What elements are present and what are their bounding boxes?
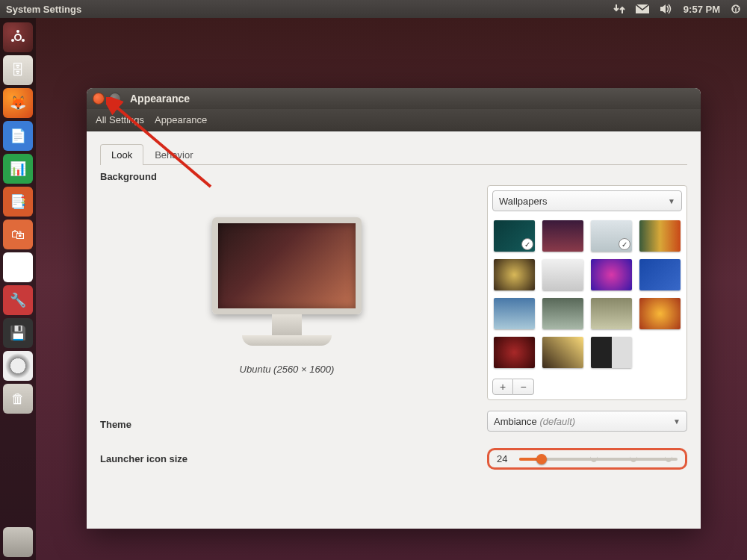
wallpaper-thumb[interactable] [639,220,681,252]
launcher-disc[interactable] [3,351,33,381]
mail-icon[interactable] [636,4,649,13]
remove-wallpaper-button[interactable]: − [513,379,534,395]
wallpaper-thumb[interactable] [542,220,583,252]
wallpaper-thumb[interactable] [542,298,583,329]
window-title: Appearance [130,93,190,105]
network-icon[interactable] [613,4,625,14]
wallpaper-thumb[interactable] [494,337,535,368]
launcher-workspace[interactable] [3,527,33,557]
theme-dropdown[interactable]: Ambiance (default) ▼ [487,411,687,432]
wallpaper-source-dropdown[interactable]: Wallpapers ▼ [492,190,682,211]
breadcrumb-toolbar: All Settings Appearance [87,109,701,131]
tab-behavior[interactable]: Behavior [143,144,204,165]
slider-knob[interactable] [536,454,547,464]
top-menubar: System Settings 9:57 PM [0,0,747,18]
theme-default-suffix: (default) [539,416,575,427]
launcher-trash[interactable]: 🗑 [3,384,33,414]
launcher-settings[interactable]: 🔧 [3,285,33,315]
wallpaper-thumb[interactable] [494,259,535,290]
theme-label: Theme [100,419,474,430]
launcher-size-value: 24 [497,453,513,464]
launcher-impress[interactable]: 📑 [3,187,33,217]
clock[interactable]: 9:57 PM [684,4,720,15]
launcher-software[interactable]: 🛍 [3,220,33,249]
power-icon[interactable] [731,4,741,14]
wallpaper-caption: Ubuntu (2560 × 1600) [240,364,335,375]
add-wallpaper-button[interactable]: + [492,379,513,395]
chevron-down-icon: ▼ [668,197,675,205]
volume-icon[interactable] [660,4,673,14]
chevron-down-icon: ▼ [673,417,681,426]
svg-point-3 [16,30,19,33]
launcher-amazon[interactable]: a [3,252,33,282]
svg-point-5 [11,39,14,42]
monitor-screen-preview [212,217,362,314]
wallpaper-thumb[interactable] [494,220,535,252]
wallpaper-thumb[interactable] [591,259,632,290]
svg-point-4 [22,39,25,42]
launcher-firefox[interactable]: 🦊 [3,88,33,118]
unity-launcher: 🗄 🦊 📄 📊 📑 🛍 a 🔧 💾 🗑 [0,18,36,560]
window-titlebar[interactable]: Appearance [87,88,701,109]
wallpaper-thumb[interactable] [639,298,681,329]
launcher-size-highlight: 24 [487,448,687,470]
breadcrumb-all-settings[interactable]: All Settings [96,114,144,125]
wallpaper-thumb[interactable] [494,298,535,329]
window-close-button[interactable] [93,93,105,105]
launcher-size-label: Launcher icon size [100,453,474,464]
wallpaper-thumb[interactable] [591,298,632,329]
launcher-floppy[interactable]: 💾 [3,318,33,348]
wallpaper-thumb[interactable] [591,337,632,368]
wallpaper-picker: Wallpapers ▼ [487,185,687,400]
breadcrumb-current: Appearance [155,114,207,125]
launcher-calc[interactable]: 📊 [3,154,33,184]
wallpaper-thumb[interactable] [639,259,681,290]
launcher-size-slider[interactable] [519,458,678,461]
background-label: Background [100,171,687,182]
svg-point-2 [15,34,21,40]
tab-look[interactable]: Look [100,144,143,165]
appearance-window: Appearance All Settings Appearance Look … [87,88,701,529]
wallpaper-preview: Ubuntu (2560 × 1600) [100,185,474,400]
wallpaper-thumb[interactable] [542,337,583,368]
wallpaper-thumb[interactable] [591,220,632,252]
launcher-files[interactable]: 🗄 [3,55,33,85]
window-minimize-button[interactable] [109,93,121,105]
launcher-dash[interactable] [3,22,33,52]
wallpaper-thumb[interactable] [542,259,583,290]
launcher-writer[interactable]: 📄 [3,121,33,151]
theme-value: Ambiance [494,416,537,427]
tab-bar: Look Behavior [100,143,687,165]
active-app-title: System Settings [6,4,81,15]
dropdown-value: Wallpapers [499,196,548,207]
